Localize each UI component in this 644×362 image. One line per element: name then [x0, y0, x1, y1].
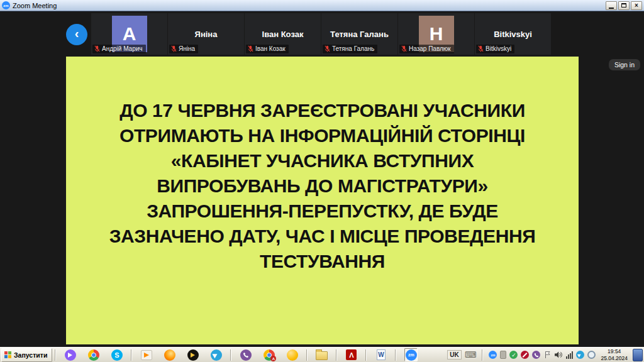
network-signal-icon[interactable] — [566, 351, 573, 359]
start-button[interactable]: Запустити — [1, 348, 52, 362]
shared-screen-slide: ДО 17 ЧЕРВНЯ ЗАРЕЄСТРОВАНІ УЧАСНИКИ ОТРИ… — [66, 57, 579, 344]
taskbar-separator — [336, 349, 337, 361]
action-center-flag-icon[interactable] — [543, 351, 552, 359]
participant-name-tag: Bitkivskyi — [476, 45, 514, 53]
minimize-icon — [609, 8, 614, 9]
taskbar-separator — [306, 349, 308, 361]
muted-mic-icon — [94, 45, 100, 52]
participant-name-tag: Андрій Марич — [92, 45, 146, 53]
restore-icon — [621, 3, 626, 8]
participant-name: Bitkivskyi — [486, 45, 511, 52]
participant-name: Яніна — [179, 45, 195, 52]
window-title: Zoom Meeting — [13, 2, 57, 9]
clock-time: 19:54 — [601, 348, 628, 355]
browser-ring-icon[interactable] — [587, 351, 596, 359]
minimize-button[interactable] — [606, 1, 617, 10]
participant-name: Андрій Марич — [102, 45, 143, 52]
muted-mic-icon — [171, 45, 177, 52]
blocked-status-icon[interactable] — [521, 351, 529, 359]
participant-tile[interactable]: Bitkivskyi Bitkivskyi — [475, 13, 551, 55]
participant-tile[interactable]: H Назар Павлюк — [398, 13, 474, 55]
taskbar: Запустити S A Λ — [0, 347, 644, 362]
close-button[interactable]: × — [631, 1, 642, 10]
participant-name-tag: Іван Козак — [246, 45, 289, 53]
telegram-icon[interactable] — [210, 349, 222, 361]
participant-tile[interactable]: Іван Козак Іван Козак — [245, 13, 321, 55]
speaker-icon[interactable] — [555, 351, 563, 359]
taskbar-separator — [230, 349, 231, 361]
sign-in-button[interactable]: Sign in — [609, 59, 640, 70]
language-indicator[interactable]: UK — [447, 350, 461, 359]
restore-button[interactable] — [618, 1, 630, 10]
device-tray-icon[interactable] — [500, 351, 506, 359]
skype-icon[interactable]: S — [111, 349, 123, 361]
phone-glyph — [534, 353, 539, 358]
muted-mic-icon — [478, 45, 484, 52]
taskbar-separator — [55, 349, 56, 361]
taskbar-separator — [482, 349, 483, 361]
zoom-meeting-window: zm Zoom Meeting × ‹ A Андрій Марич Ян — [0, 0, 644, 362]
word-icon[interactable]: W — [375, 349, 387, 361]
zoom-taskbar-icon[interactable]: zm — [404, 348, 418, 361]
adobe-reader-icon[interactable]: Λ — [345, 349, 357, 361]
kmplayer-icon[interactable] — [64, 349, 76, 361]
close-icon: × — [635, 2, 638, 9]
show-desktop-button[interactable] — [633, 349, 643, 361]
chevron-left-icon: ‹ — [75, 26, 79, 41]
viber-icon[interactable] — [240, 349, 252, 361]
antivirus-ok-icon[interactable]: ✓ — [509, 351, 518, 359]
chrome-profile-icon[interactable]: A — [263, 349, 275, 361]
windows-logo-icon — [4, 351, 11, 358]
window-titlebar: zm Zoom Meeting × — [0, 0, 644, 11]
start-button-label: Запустити — [14, 351, 47, 359]
muted-mic-icon — [248, 45, 253, 52]
clock-date: 25.04.2024 — [601, 355, 628, 362]
collapse-thumbnails-button[interactable]: ‹ — [66, 24, 87, 45]
participant-name-tag: Назар Павлюк — [399, 45, 454, 53]
participant-name: Тетяна Галань — [332, 45, 374, 52]
muted-mic-icon — [401, 45, 407, 52]
slide-text: ДО 17 ЧЕРВНЯ ЗАРЕЄСТРОВАНІ УЧАСНИКИ ОТРИ… — [66, 57, 579, 274]
taskbar-separator — [131, 349, 132, 361]
taskbar-separator — [395, 349, 396, 361]
chrome-canary-icon[interactable] — [286, 349, 298, 361]
viber-tray-icon[interactable] — [532, 351, 540, 359]
window-controls: × — [606, 1, 642, 10]
muted-mic-icon — [325, 45, 330, 52]
tray-clock[interactable]: 19:54 25.04.2024 — [601, 348, 628, 361]
profile-badge: A — [270, 356, 276, 361]
media-player-icon[interactable] — [140, 349, 152, 361]
participant-tile[interactable]: Яніна Яніна — [168, 13, 244, 55]
zoom-app-icon: zm — [2, 1, 10, 9]
participant-name: Назар Павлюк — [409, 45, 451, 52]
quick-launch-bar: S A Λ W zm — [58, 348, 423, 361]
firefox-icon[interactable] — [164, 349, 175, 361]
participant-filmstrip: A Андрій Марич Яніна Я — [91, 13, 551, 55]
phone-glyph — [243, 352, 249, 358]
participant-tile[interactable]: Тетяна Галань Тетяна Галань — [321, 13, 397, 55]
aimp-icon[interactable] — [187, 349, 199, 361]
telegram-tray-icon[interactable] — [576, 351, 584, 359]
system-tray: UK ⌨ zm ✓ — [447, 348, 643, 361]
participant-name-tag: Яніна — [169, 45, 198, 53]
participant-tile[interactable]: A Андрій Марич — [91, 13, 167, 55]
chrome-icon[interactable] — [87, 349, 99, 361]
file-explorer-icon[interactable] — [316, 349, 328, 361]
zoom-tray-icon[interactable]: zm — [489, 351, 497, 359]
keyboard-icon[interactable]: ⌨ — [465, 350, 477, 359]
participant-name: Іван Козак — [255, 45, 286, 52]
participant-name-tag: Тетяна Галань — [323, 45, 377, 53]
taskbar-separator — [365, 349, 367, 361]
